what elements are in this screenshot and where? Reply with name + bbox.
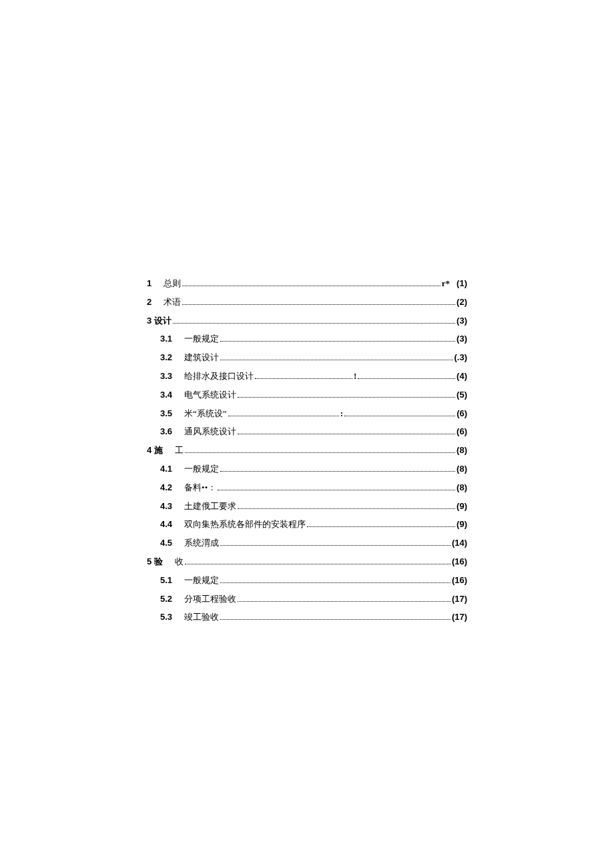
toc-number: 3.3 (160, 370, 172, 384)
toc-number: 3.4 (160, 388, 172, 402)
toc-leader (238, 434, 455, 434)
toc-number: 3.1 (160, 332, 172, 346)
toc-number: 5.2 (160, 592, 172, 606)
toc-leader (173, 323, 455, 324)
toc-page: (3) (456, 314, 467, 328)
toc-label: 竣工验收 (184, 610, 219, 624)
toc-page: (4) (456, 370, 467, 384)
toc-leader (238, 601, 450, 602)
toc-entry: 4.5 系统渭成 (14) (147, 536, 467, 550)
toc-number: 4.3 (160, 500, 172, 514)
toc-number: 4.1 (160, 462, 172, 476)
toc-label: 给排水及接口设计 (184, 370, 254, 384)
toc-leader (220, 545, 450, 546)
toc-page: (8) (456, 444, 467, 458)
toc-label: 土建俄工要求 (184, 500, 236, 514)
toc-label: 通风系统设计 (184, 425, 236, 439)
toc-number: 4 施 (147, 444, 163, 458)
toc-leader (185, 564, 450, 564)
toc-entry: 5 验 收 (16) (147, 555, 467, 569)
toc-entry: 5.3 竣工验收 (17) (147, 610, 467, 624)
toc-page: (16) (452, 574, 467, 588)
toc-entry: 4 施 工 (8) (147, 444, 467, 458)
toc-number: 5 验 (147, 555, 163, 569)
toc-entry: 5.2 分项工程验收 (17) (147, 592, 467, 606)
toc-label: 工 (175, 444, 184, 458)
toc-label: 一般规定 (184, 574, 219, 588)
toc-leader (307, 526, 455, 527)
toc-entry: 4.3 土建俄工要求 (9) (147, 500, 467, 514)
toc-number: 3 设计 (147, 314, 172, 328)
toc-page: (1) (456, 277, 467, 291)
toc-entry: 3 设计 (3) (147, 314, 467, 328)
toc-trail: ! (354, 370, 356, 384)
toc-leader (182, 304, 455, 305)
toc-label: 备料••： (184, 481, 216, 495)
toc-page: (8) (456, 481, 467, 495)
toc-number: 4.2 (160, 481, 172, 495)
toc-number: 4.4 (160, 518, 172, 532)
toc-entry: 3.5 米“系统设” : (6) (147, 407, 467, 421)
toc-entry: 3.2 建筑设计 (.3) (147, 351, 467, 365)
toc-leader (185, 452, 455, 453)
toc-label: 收 (175, 555, 184, 569)
toc-leader (220, 619, 450, 620)
toc-leader (220, 471, 455, 472)
toc-label: 系统渭成 (184, 536, 219, 550)
toc-leader (218, 490, 455, 490)
toc-page: (9) (456, 500, 467, 514)
toc-page: (17) (452, 610, 467, 624)
toc-label: 电气系统设计 (184, 388, 236, 402)
toc-entry: 1 总则 r* (1) (147, 277, 467, 291)
toc-leader (220, 360, 452, 360)
toc-page: (6) (456, 407, 467, 421)
toc-number: 5.1 (160, 574, 172, 588)
toc-page: (8) (456, 462, 467, 476)
table-of-contents: 1 总则 r* (1) 2 术语 (2) 3 设计 (3) 3.1 一般规定 (… (147, 277, 467, 629)
toc-page: (9) (456, 518, 467, 532)
toc-leader (220, 341, 455, 342)
toc-entry: 3.3 给排水及接口设计 ! (4) (147, 370, 467, 384)
toc-leader (220, 582, 450, 583)
toc-page: (6) (456, 425, 467, 439)
toc-number: 3.2 (160, 351, 172, 365)
toc-page: (.3) (454, 351, 468, 365)
toc-leader (358, 378, 455, 379)
toc-number: 3.6 (160, 425, 172, 439)
toc-entry: 3.4 电气系统设计 (5) (147, 388, 467, 402)
toc-label: 米“系统设” (184, 407, 227, 421)
toc-label: 一般规定 (184, 462, 219, 476)
toc-number: 3.5 (160, 407, 172, 421)
toc-number: 2 (147, 296, 151, 310)
toc-page: (2) (456, 296, 467, 310)
toc-page: (17) (452, 592, 467, 606)
toc-trail: : (340, 407, 343, 421)
toc-entry: 5.1 一般规定 (16) (147, 574, 467, 588)
toc-number: 4.5 (160, 536, 172, 550)
toc-entry: 4.4 双向集热系统各部件的安装程序 (9) (147, 518, 467, 532)
toc-label: 双向集热系统各部件的安装程序 (184, 518, 306, 532)
toc-leader (182, 286, 440, 286)
toc-number: 1 (147, 277, 151, 291)
toc-entry: 3.6 通风系统设计 (6) (147, 425, 467, 439)
toc-page: (3) (456, 332, 467, 346)
toc-leader (238, 508, 455, 509)
toc-label: 一般规定 (184, 332, 219, 346)
toc-entry: 3.1 一般规定 (3) (147, 332, 467, 346)
toc-leader (238, 397, 455, 398)
toc-page: (5) (456, 388, 467, 402)
toc-entry: 4.1 一般规定 (8) (147, 462, 467, 476)
toc-leader (255, 378, 352, 379)
toc-leader (228, 416, 339, 416)
toc-label: 总则 (164, 277, 181, 291)
toc-entry: 2 术语 (2) (147, 296, 467, 310)
toc-leader (344, 416, 455, 416)
toc-entry: 4.2 备料••： (8) (147, 481, 467, 495)
toc-label: 建筑设计 (184, 351, 219, 365)
toc-page: (14) (452, 536, 467, 550)
toc-label: 分项工程验收 (184, 592, 236, 606)
toc-label: 术语 (164, 296, 181, 310)
toc-trail: r* (442, 277, 450, 291)
toc-number: 5.3 (160, 610, 172, 624)
toc-page: (16) (452, 555, 467, 569)
